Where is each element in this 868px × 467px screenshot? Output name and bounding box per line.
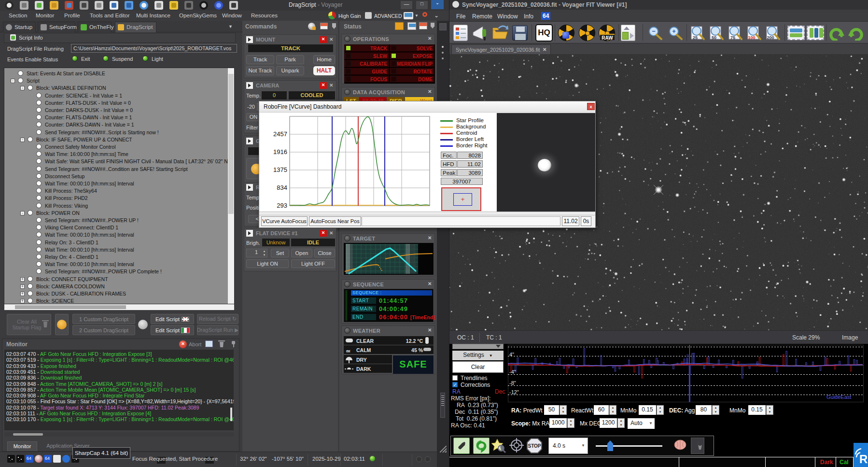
svg-text:GuideEast: GuideEast [826,394,851,400]
svg-text:STOP: STOP [528,443,541,449]
svg-text:−: − [652,28,656,35]
svg-text:75: 75 [730,35,735,40]
svg-text:+: + [672,28,676,35]
svg-text:100: 100 [748,35,755,40]
svg-text:25: 25 [693,35,698,40]
svg-text:R: R [859,453,868,466]
svg-text:50: 50 [712,35,716,40]
svg-text:200: 200 [767,35,774,40]
